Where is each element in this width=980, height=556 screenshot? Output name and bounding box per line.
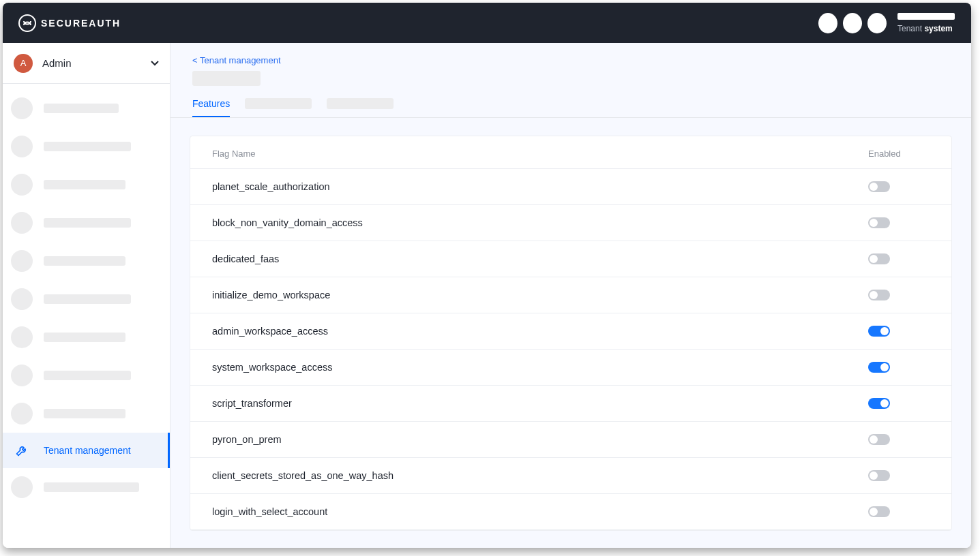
flag-name: script_transformer bbox=[212, 398, 868, 409]
workspace-name: Admin bbox=[42, 57, 141, 69]
table-row: block_non_vanity_domain_access bbox=[190, 205, 951, 241]
tenant-switcher[interactable]: Tenant system bbox=[897, 13, 955, 33]
feature-toggle[interactable] bbox=[868, 398, 890, 409]
sidebar-item[interactable] bbox=[3, 395, 170, 433]
flags-table: Flag Name Enabled planet_scale_authoriza… bbox=[190, 136, 952, 531]
toggle-cell bbox=[868, 434, 930, 445]
table-header: Flag Name Enabled bbox=[190, 136, 951, 169]
toggle-cell bbox=[868, 253, 930, 264]
sidebar-item[interactable] bbox=[3, 166, 170, 204]
nav-icon-placeholder bbox=[11, 97, 33, 119]
table-row: login_with_select_account bbox=[190, 494, 951, 530]
nav-icon-placeholder bbox=[11, 476, 33, 498]
flag-name: client_secrets_stored_as_one_way_hash bbox=[212, 470, 868, 481]
feature-toggle[interactable] bbox=[868, 362, 890, 373]
flag-name: initialize_demo_workspace bbox=[212, 290, 868, 300]
workspace-avatar: A bbox=[14, 54, 33, 73]
feature-toggle[interactable] bbox=[868, 506, 890, 517]
table-row: script_transformer bbox=[190, 386, 951, 422]
table-row: system_workspace_access bbox=[190, 350, 951, 386]
table-row: client_secrets_stored_as_one_way_hash bbox=[190, 458, 951, 494]
tab-placeholder[interactable] bbox=[327, 98, 394, 109]
sidebar-item[interactable] bbox=[3, 204, 170, 242]
flag-name: block_non_vanity_domain_access bbox=[212, 217, 868, 228]
main-content: < Tenant management Features Flag Name E… bbox=[170, 43, 971, 548]
sidebar: A Admin bbox=[3, 43, 170, 548]
flag-name: login_with_select_account bbox=[212, 506, 868, 517]
toggle-cell bbox=[868, 181, 930, 192]
breadcrumb[interactable]: < Tenant management bbox=[192, 55, 949, 65]
flag-name: planet_scale_authorization bbox=[212, 181, 868, 192]
toggle-cell bbox=[868, 217, 930, 228]
toggle-cell bbox=[868, 470, 930, 481]
flag-name: system_workspace_access bbox=[212, 362, 868, 373]
nav-label-placeholder bbox=[44, 256, 125, 266]
feature-toggle[interactable] bbox=[868, 434, 890, 445]
tab-features[interactable]: Features bbox=[192, 98, 230, 117]
content-area: Flag Name Enabled planet_scale_authoriza… bbox=[170, 118, 971, 548]
feature-toggle[interactable] bbox=[868, 290, 890, 300]
sidebar-item-label: Tenant management bbox=[44, 445, 131, 456]
nav-label-placeholder bbox=[44, 409, 125, 418]
toggle-cell bbox=[868, 326, 930, 337]
nav-icon-placeholder bbox=[11, 365, 33, 386]
brand-name: SECUREAUTH bbox=[41, 18, 121, 29]
col-header-enabled: Enabled bbox=[868, 149, 930, 159]
tab-placeholder[interactable] bbox=[245, 98, 312, 109]
nav-icon-placeholder bbox=[11, 326, 33, 348]
header-action-1[interactable] bbox=[818, 13, 837, 33]
table-row: dedicated_faas bbox=[190, 241, 951, 277]
toggle-cell bbox=[868, 398, 930, 409]
feature-toggle[interactable] bbox=[868, 326, 890, 337]
nav-icon-placeholder bbox=[11, 174, 33, 196]
sidebar-item[interactable] bbox=[3, 356, 170, 395]
tenant-name-placeholder bbox=[897, 13, 955, 20]
wrench-icon bbox=[11, 444, 33, 457]
feature-toggle[interactable] bbox=[868, 217, 890, 228]
nav-label-placeholder bbox=[44, 180, 125, 189]
flag-name: pyron_on_prem bbox=[212, 434, 868, 445]
nav-label-placeholder bbox=[44, 371, 131, 380]
feature-toggle[interactable] bbox=[868, 470, 890, 481]
header-right: Tenant system bbox=[818, 13, 955, 33]
sidebar-item[interactable] bbox=[3, 280, 170, 318]
header-action-2[interactable] bbox=[843, 13, 862, 33]
feature-toggle[interactable] bbox=[868, 181, 890, 192]
nav-icon-placeholder bbox=[11, 288, 33, 310]
app-header: SECUREAUTH Tenant system bbox=[3, 3, 971, 43]
col-header-flag-name: Flag Name bbox=[212, 149, 868, 159]
tenant-label: Tenant system bbox=[897, 24, 955, 33]
header-avatar[interactable] bbox=[867, 13, 887, 33]
app-frame: SECUREAUTH Tenant system A Admin bbox=[3, 3, 971, 548]
sidebar-item[interactable] bbox=[3, 89, 170, 127]
sidebar-item[interactable] bbox=[3, 127, 170, 166]
secureauth-logo-icon bbox=[18, 14, 37, 33]
nav-label-placeholder bbox=[44, 218, 131, 228]
toggle-cell bbox=[868, 290, 930, 300]
tabs: Features bbox=[192, 98, 949, 117]
table-row: pyron_on_prem bbox=[190, 422, 951, 458]
nav-label-placeholder bbox=[44, 482, 139, 492]
nav-icon-placeholder bbox=[11, 136, 33, 157]
table-row: planet_scale_authorization bbox=[190, 169, 951, 205]
chevron-down-icon bbox=[151, 59, 159, 68]
svg-point-0 bbox=[19, 15, 35, 31]
brand-logo[interactable]: SECUREAUTH bbox=[18, 14, 121, 33]
table-row: initialize_demo_workspace bbox=[190, 277, 951, 313]
toggle-cell bbox=[868, 506, 930, 517]
toggle-cell bbox=[868, 362, 930, 373]
nav-label-placeholder bbox=[44, 142, 131, 151]
page-title-placeholder bbox=[192, 71, 261, 86]
table-row: admin_workspace_access bbox=[190, 313, 951, 350]
nav-label-placeholder bbox=[44, 294, 131, 304]
sidebar-item[interactable] bbox=[3, 242, 170, 280]
flag-name: admin_workspace_access bbox=[212, 326, 868, 337]
table-body: planet_scale_authorizationblock_non_vani… bbox=[190, 169, 951, 530]
workspace-selector[interactable]: A Admin bbox=[3, 43, 170, 84]
sidebar-item[interactable] bbox=[3, 468, 170, 506]
sidebar-nav: Tenant management bbox=[3, 84, 170, 548]
sidebar-item[interactable] bbox=[3, 318, 170, 356]
main-header: < Tenant management Features bbox=[170, 43, 971, 118]
sidebar-item-tenant-management[interactable]: Tenant management bbox=[3, 433, 170, 468]
feature-toggle[interactable] bbox=[868, 253, 890, 264]
